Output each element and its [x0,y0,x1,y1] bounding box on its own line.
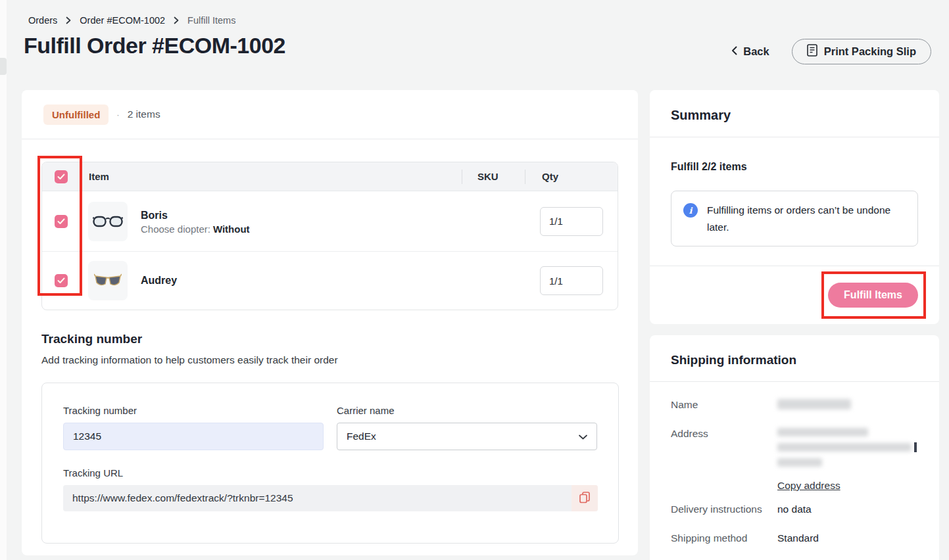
breadcrumb-fulfill-items: Fulfill Items [187,15,235,26]
shipping-method-value: Standard [777,532,819,544]
status-badge: Unfulfilled [43,105,109,125]
column-header-item: Item [81,171,462,182]
table-row: Audrey 1/1 [42,252,618,310]
tracking-section-subtitle: Add tracking information to help custome… [41,354,618,366]
table-header: Item SKU Qty [42,162,618,191]
qty-input[interactable]: 1/1 [540,207,603,236]
copy-url-button[interactable] [572,485,598,511]
header-actions: Back Print Packing Slip [731,39,931,64]
breadcrumb-orders[interactable]: Orders [28,15,57,26]
row-checkbox[interactable] [55,274,68,287]
tracking-url-label: Tracking URL [63,467,597,478]
address-label: Address [671,428,777,492]
chevron-left-icon [731,45,737,58]
redacted-address-line [777,458,822,467]
tracking-url-field [63,485,598,511]
summary-card: Summary Fulfill 2/2 items i Fulfilling i… [650,90,939,324]
copy-address-link[interactable]: Copy address [777,480,840,492]
tracking-number-label: Tracking number [63,405,324,416]
fulfill-items-panel: Unfulfilled · 2 items Item SKU Qty [22,90,638,555]
select-all-cell [42,170,80,183]
tracking-url-input[interactable] [63,485,572,511]
redacted-address-line [777,428,868,436]
sidebar-edge-tab [0,58,7,75]
page-title: Fulfill Order #ECOM-1002 [24,33,285,58]
chevron-right-icon [174,16,179,24]
name-label: Name [671,399,777,411]
shipping-address-row: Address Copy address [671,428,918,492]
info-text: Fulfilling items or orders can’t be undo… [707,202,898,235]
product-name: Boris [141,208,250,223]
breadcrumb-order[interactable]: Order #ECOM-1002 [80,15,165,26]
redacted-address-line [777,443,912,452]
delivery-instructions-row: Delivery instructions no data [671,503,918,515]
row-checkbox[interactable] [55,215,68,228]
product-image-eyeglasses [88,202,128,241]
items-table: Item SKU Qty [41,162,618,310]
blur-artifact [914,442,917,452]
chevron-down-icon [579,431,587,442]
shipping-method-label: Shipping method [671,532,777,544]
carrier-name-label: Carrier name [337,405,597,416]
column-header-sku: SKU [462,171,525,182]
back-label: Back [743,45,769,58]
summary-title: Summary [650,90,939,123]
qty-input[interactable]: 1/1 [540,266,603,295]
redacted-name [777,399,851,409]
document-icon [807,44,817,59]
breadcrumb: Orders Order #ECOM-1002 Fulfill Items [28,15,235,26]
select-all-checkbox[interactable] [55,170,68,183]
back-button[interactable]: Back [731,45,769,58]
product-image-sunglasses [88,261,128,300]
chevron-right-icon [66,16,71,24]
status-row: Unfulfilled · 2 items [22,90,638,139]
fulfill-items-button[interactable]: Fulfill Items [828,283,918,308]
row-checkbox-cell [42,274,80,287]
tracking-section-title: Tracking number [41,332,618,346]
shipping-method-row: Shipping method Standard [671,532,918,544]
shipping-information-card: Shipping information Name Address Copy a… [650,335,939,560]
product-option: Choose diopter:Without [141,223,250,235]
items-count: 2 items [128,108,160,120]
dot-separator: · [116,110,119,120]
tracking-number-input[interactable] [63,423,324,450]
tracking-form: Tracking number Carrier name FedEx Track… [41,383,619,544]
print-packing-slip-button[interactable]: Print Packing Slip [792,39,931,64]
shipping-name-row: Name [671,399,918,411]
delivery-instructions-value: no data [777,503,812,515]
shipping-title: Shipping information [650,335,939,367]
info-icon: i [683,203,698,218]
product-name: Audrey [141,273,177,289]
delivery-instructions-label: Delivery instructions [671,503,777,515]
table-row: Boris Choose diopter:Without 1/1 [42,191,618,252]
print-label: Print Packing Slip [824,45,916,58]
column-header-qty: Qty [525,171,618,182]
copy-icon [579,492,590,505]
info-box: i Fulfilling items or orders can’t be un… [671,191,918,246]
row-checkbox-cell [42,215,80,228]
carrier-selected-value: FedEx [347,431,376,442]
collapsed-sidebar-edge [0,0,7,560]
fulfill-count: Fulfill 2/2 items [650,137,939,173]
carrier-select[interactable]: FedEx [337,423,597,450]
